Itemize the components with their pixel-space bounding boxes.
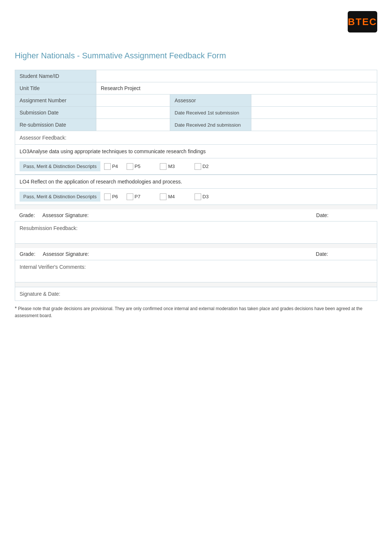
assessor-feedback-label: Assessor Feedback: bbox=[20, 135, 66, 141]
resubmission-date-label: Re-submission Date bbox=[15, 119, 96, 131]
lo4-p7-label: P7 bbox=[135, 194, 141, 199]
signature-section: Signature & Date: bbox=[15, 287, 377, 301]
iv-comments-label: Internal Verifier's Comments: bbox=[20, 264, 86, 270]
lo3-checkboxes: P4 P5 M3 D2 bbox=[104, 163, 372, 170]
lo3-p5-checkbox[interactable] bbox=[127, 163, 133, 170]
spacer3 bbox=[15, 282, 377, 287]
assessor-sig1-label: Assessor Signature: bbox=[42, 212, 89, 218]
resubmission-label: Resubmission Feedback: bbox=[20, 225, 78, 231]
iv-comments-section: Internal Verifier's Comments: bbox=[15, 260, 377, 282]
unit-title-value[interactable]: Research Project bbox=[96, 82, 377, 95]
assessor-value[interactable] bbox=[251, 95, 377, 107]
grade-row-2: Grade: Assessor Signature: Date: bbox=[15, 248, 377, 260]
student-name-label: Student Name/ID bbox=[15, 70, 96, 82]
lo4-checkboxes: P6 P7 M4 D3 bbox=[104, 193, 372, 200]
date-received-2nd-value[interactable] bbox=[251, 119, 377, 131]
signature-label: Signature & Date: bbox=[20, 291, 61, 297]
lo4-descriptor-label: Pass, Merit & Distinction Descripts bbox=[20, 192, 100, 202]
assignment-number-label: Assignment Number bbox=[15, 95, 96, 107]
lo3-p5-label: P5 bbox=[135, 164, 141, 169]
footnote-star: * bbox=[15, 305, 17, 311]
lo4-d3[interactable]: D3 bbox=[195, 193, 209, 200]
submission-date-value[interactable] bbox=[96, 107, 170, 119]
lo4-m4-label: M4 bbox=[168, 194, 175, 199]
lo4-d3-checkbox[interactable] bbox=[195, 193, 201, 200]
lo4-section: LO4 Reflect on the application of resear… bbox=[15, 175, 377, 205]
lo4-p7[interactable]: P7 bbox=[127, 193, 141, 200]
assessor-feedback-section: Assessor Feedback: bbox=[15, 131, 377, 145]
date-received-1st-value[interactable] bbox=[251, 107, 377, 119]
footnote-text: Please note that grade decisions are pro… bbox=[15, 306, 362, 318]
main-form-table: Student Name/ID Unit Title Research Proj… bbox=[15, 70, 377, 131]
lo3-d2-label: D2 bbox=[203, 164, 209, 169]
footnote: * Please note that grade decisions are p… bbox=[15, 305, 377, 319]
lo4-p6-checkbox[interactable] bbox=[104, 193, 111, 200]
spacer2 bbox=[15, 244, 377, 248]
spacer1 bbox=[15, 205, 377, 209]
lo3-p4-label: P4 bbox=[112, 164, 118, 169]
lo4-p7-checkbox[interactable] bbox=[127, 193, 133, 200]
grade-row-1: Grade: Assessor Signature: Date: bbox=[15, 209, 377, 222]
lo3-m3[interactable]: M3 bbox=[160, 163, 175, 170]
submission-date-label: Submission Date bbox=[15, 107, 96, 119]
date-received-2nd-label: Date Received 2nd submission bbox=[170, 119, 251, 131]
lo3-p4[interactable]: P4 bbox=[104, 163, 118, 170]
student-name-value[interactable] bbox=[96, 70, 377, 82]
lo3-d2-checkbox[interactable] bbox=[195, 163, 201, 170]
assessor-label: Assessor bbox=[170, 95, 251, 107]
date1-label: Date: bbox=[316, 212, 329, 218]
lo4-descriptor-row: Pass, Merit & Distinction Descripts P6 P… bbox=[15, 189, 377, 205]
lo4-m4-checkbox[interactable] bbox=[160, 193, 166, 200]
unit-title-label: Unit Title bbox=[15, 82, 96, 95]
lo3-m3-checkbox[interactable] bbox=[160, 163, 166, 170]
lo3-section: LO3Analyse data using appropriate techni… bbox=[15, 145, 377, 175]
lo3-p5[interactable]: P5 bbox=[127, 163, 141, 170]
grade2-label: Grade: bbox=[20, 251, 35, 257]
date-received-1st-label: Date Received 1st submission bbox=[170, 107, 251, 119]
page-title: Higher Nationals - Summative Assignment … bbox=[15, 51, 377, 61]
resubmission-date-value[interactable] bbox=[96, 119, 170, 131]
btec-logo: BTEC bbox=[348, 11, 377, 32]
assessor-sig2-label: Assessor Signature: bbox=[43, 251, 89, 257]
lo3-descriptor-row: Pass, Merit & Distinction Descripts P4 P… bbox=[15, 158, 377, 175]
date2-label: Date: bbox=[316, 251, 328, 257]
lo3-m3-label: M3 bbox=[168, 164, 175, 169]
lo3-p4-checkbox[interactable] bbox=[104, 163, 111, 170]
lo3-d2[interactable]: D2 bbox=[195, 163, 209, 170]
lo4-p6-label: P6 bbox=[112, 194, 118, 199]
lo3-descriptor-label: Pass, Merit & Distinction Descripts bbox=[20, 161, 100, 171]
assignment-number-value[interactable] bbox=[96, 95, 170, 107]
lo4-m4[interactable]: M4 bbox=[160, 193, 175, 200]
grade1-label: Grade: bbox=[19, 212, 35, 218]
lo3-text: LO3Analyse data using appropriate techni… bbox=[15, 145, 377, 158]
lo4-text: LO4 Reflect on the application of resear… bbox=[15, 175, 377, 189]
lo4-d3-label: D3 bbox=[203, 194, 209, 199]
resubmission-feedback-section: Resubmission Feedback: bbox=[15, 222, 377, 244]
lo4-p6[interactable]: P6 bbox=[104, 193, 118, 200]
